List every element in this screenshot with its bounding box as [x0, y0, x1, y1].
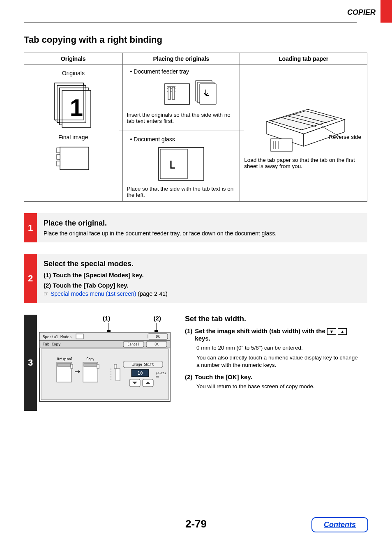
step-2-sub1: (1) Touch the [Special Modes] key. — [44, 272, 361, 279]
special-modes-link[interactable]: Special modes menu (1st screen) — [51, 290, 136, 297]
final-image-label: Final image — [28, 134, 118, 140]
svg-rect-34 — [58, 363, 71, 366]
touchscreen-panel: (1) (2) Special Modes — [37, 315, 173, 405]
svg-rect-10 — [172, 87, 175, 99]
feeder-tray-illustration — [140, 76, 222, 109]
panel-special-modes: Special Modes — [43, 335, 71, 339]
final-image-illustration — [53, 143, 94, 176]
header: COPIER — [347, 0, 392, 23]
table-body-row: Originals 1 Final image — [24, 65, 367, 202]
panel-image-shift: Image Shift — [132, 363, 154, 366]
sub1-desc1: 0 mm to 20 mm (0" to 5/8") can be entere… — [196, 344, 361, 352]
callout-2: (2) — [154, 315, 161, 322]
main-content: Tab copying with a right binding Origina… — [24, 35, 369, 411]
step-3-number: 3 — [24, 315, 37, 411]
sub1-desc2: You can also directly touch a numeric va… — [196, 354, 361, 369]
sub2-text: Touch the [OK] key. — [195, 373, 252, 380]
touchscreen-illustration: Special Modes OK Tab Copy Cancel OK — [37, 323, 173, 403]
panel-original-label: Original — [57, 357, 73, 361]
panel-range: (0~20) — [156, 372, 166, 375]
svg-rect-38 — [97, 364, 99, 368]
panel-ok: OK — [154, 343, 159, 346]
step-2: 2 Select the special modes. (1) Touch th… — [24, 254, 367, 303]
up-arrow-key-icon: ▲ — [338, 328, 347, 335]
svg-rect-9 — [168, 87, 171, 99]
step-2-link-line: ☞ Special modes menu (1st screen) (page … — [44, 290, 361, 297]
glass-caption: Place so that the side with the tab text… — [127, 186, 236, 198]
down-arrow-key-icon: ▼ — [327, 328, 336, 335]
panel-cancel: Cancel — [128, 343, 140, 346]
svg-rect-7 — [57, 161, 60, 166]
step-1: 1 Place the original. Place the original… — [24, 213, 367, 242]
cell-placing: • Document feeder tray — [122, 65, 240, 202]
step-2-body: Select the special modes. (1) Touch the … — [37, 254, 367, 303]
step-3-title: Set the tab width. — [185, 315, 361, 323]
sub1-text-a: Set the image shift width (tab width) wi… — [195, 327, 327, 334]
contents-button[interactable]: Contents — [311, 517, 368, 532]
th-placing: Placing the originals — [122, 53, 240, 65]
svg-rect-37 — [71, 364, 73, 368]
pointing-hand-icon: ☞ — [44, 291, 49, 297]
horizontal-rule — [24, 22, 357, 23]
step-3: 3 (1) (2) — [24, 315, 367, 411]
panel-top-ok: OK — [156, 335, 160, 339]
step-3-sub1: (1) Set the image shift width (tab width… — [185, 327, 361, 342]
th-loading: Loading tab paper — [240, 53, 367, 65]
loading-caption: Load the tab paper so that the tab on th… — [244, 157, 363, 169]
header-section-name: COPIER — [347, 0, 380, 17]
panel-tab-copy: Tab Copy — [43, 342, 61, 346]
th-originals: Originals — [24, 53, 123, 65]
step-1-body: Place the original. Place the original f… — [37, 213, 367, 242]
info-table: Originals Placing the originals Loading … — [24, 53, 367, 202]
big-digit: 1 — [70, 94, 83, 121]
sub1-text-b: keys. — [195, 335, 210, 342]
step-2-title: Select the special modes. — [44, 260, 361, 268]
svg-rect-44 — [114, 364, 117, 368]
sub1-text: Set the image shift width (tab width) wi… — [195, 327, 361, 342]
svg-rect-43 — [116, 368, 120, 381]
svg-rect-12 — [160, 149, 187, 179]
reverse-side-label: Reverse side — [329, 134, 361, 140]
header-red-tab — [380, 0, 392, 23]
cell-loading: Reverse side Load the tab paper so that … — [240, 65, 367, 202]
svg-rect-36 — [84, 363, 97, 366]
step-1-title: Place the original. — [44, 219, 361, 228]
step-3-body: (1) (2) Special Modes — [37, 315, 367, 411]
page-title: Tab copying with a right binding — [24, 35, 369, 45]
step-2-sub2: (2) Touch the [Tab Copy] key. — [44, 282, 361, 289]
svg-rect-17 — [271, 139, 292, 151]
originals-label: Originals — [28, 70, 118, 76]
cell-originals: Originals 1 Final image — [24, 65, 123, 202]
link-suffix: (page 2-41) — [136, 290, 167, 297]
sub2-desc: You will return to the base screen of co… — [196, 383, 361, 390]
step-3-instructions: Set the tab width. (1) Set the image shi… — [185, 315, 361, 405]
table-header-row: Originals Placing the originals Loading … — [24, 53, 367, 65]
svg-rect-6 — [57, 154, 60, 159]
step-2-number: 2 — [24, 254, 37, 303]
step-1-number: 1 — [24, 213, 37, 242]
svg-rect-5 — [57, 148, 60, 153]
sub1-num: (1) — [185, 327, 192, 342]
feeder-caption: Insert the originals so that the side wi… — [127, 112, 236, 124]
svg-rect-27 — [76, 334, 83, 339]
cell-divider — [119, 131, 244, 131]
panel-shift-value: 10 — [137, 371, 143, 376]
reverse-side-text: Reverse side — [329, 134, 361, 140]
step-3-sub2: (2) Touch the [OK] key. — [185, 373, 361, 380]
panel-copy-label: Copy — [86, 357, 94, 361]
tray-loading-illustration — [258, 105, 349, 154]
originals-stack-illustration: 1 — [51, 79, 96, 128]
bullet-document-glass: • Document glass — [130, 136, 236, 143]
panel-mm: mm — [156, 375, 159, 378]
document-glass-illustration — [154, 144, 208, 183]
bullet-feeder-tray: • Document feeder tray — [130, 68, 236, 75]
step-1-text: Place the original face up in the docume… — [44, 230, 361, 237]
callout-1: (1) — [103, 315, 110, 322]
svg-rect-4 — [60, 147, 89, 170]
sub2-num: (2) — [185, 373, 192, 380]
